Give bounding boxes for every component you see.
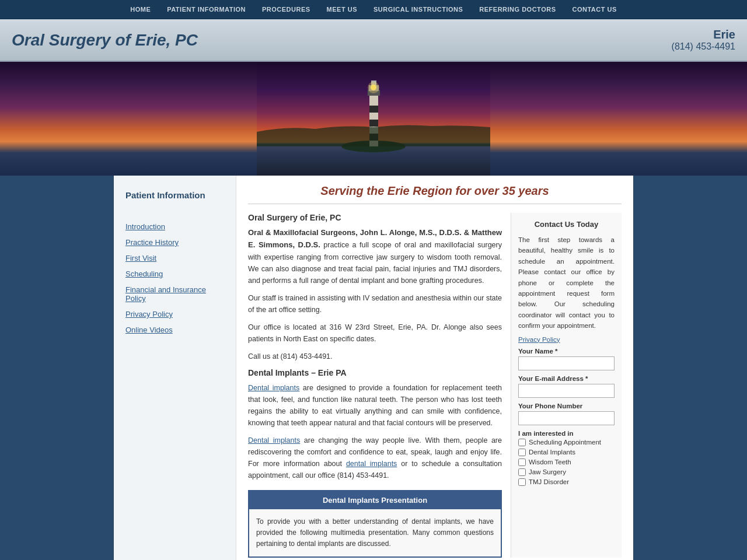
sidebar-link-privacy-policy[interactable]: Privacy Policy <box>114 306 236 322</box>
location-para: Our office is located at 316 W 23rd Stre… <box>248 321 502 345</box>
sidebar-link-practice-history[interactable]: Practice History <box>114 235 236 250</box>
implants-box-header: Dental Implants Presentation <box>249 491 501 509</box>
checkbox-tmj-disorder-input[interactable] <box>518 478 526 486</box>
hero-banner <box>0 62 747 176</box>
checkbox-wisdom-teeth-input[interactable] <box>518 459 526 466</box>
svg-rect-5 <box>369 120 378 127</box>
main-content: Serving the Erie Region for over 35 year… <box>236 176 633 560</box>
checkbox-scheduling-input[interactable] <box>518 439 526 446</box>
email-label: Your E-mail Address * <box>518 375 615 382</box>
svg-rect-4 <box>369 106 378 113</box>
header-city: Erie <box>672 28 735 41</box>
contact-sidebar: Contact Us Today The first step towards … <box>511 213 622 558</box>
checkbox-tmj-disorder: TMJ Disorder <box>518 478 615 486</box>
sidebar-link-introduction[interactable]: Introduction <box>114 219 236 235</box>
nav-meet-us[interactable]: MEET US <box>319 6 365 13</box>
nav-patient-information[interactable]: PATIENT INFORMATION <box>159 6 254 13</box>
nav-home[interactable]: HOME <box>122 6 159 13</box>
svg-point-11 <box>368 82 379 93</box>
nav-surgical-instructions[interactable]: SURGICAL INSTRUCTIONS <box>365 6 471 13</box>
nav-procedures[interactable]: PROCEDURES <box>254 6 319 13</box>
implants-presentation-box: Dental Implants Presentation To provide … <box>248 490 502 558</box>
checkbox-dental-implants-input[interactable] <box>518 449 526 456</box>
nav-contact-us[interactable]: CONTACT US <box>564 6 624 13</box>
name-label: Your Name * <box>518 348 615 355</box>
dental-implants-link-2[interactable]: Dental implants <box>248 436 300 444</box>
checkbox-wisdom-teeth: Wisdom Teeth <box>518 459 615 466</box>
checkbox-tmj-disorder-label: TMJ Disorder <box>529 478 569 485</box>
name-input[interactable] <box>518 356 615 370</box>
header-contact: Erie (814) 453-4491 <box>672 28 735 52</box>
implants-heading: Dental Implants – Erie PA <box>248 368 502 377</box>
site-title: Oral Surgery of Erie, PC <box>12 31 198 50</box>
checkbox-jaw-surgery-label: Jaw Surgery <box>529 468 566 475</box>
hero-lighthouse-illustration <box>257 62 490 176</box>
clinic-name-heading: Oral Surgery of Erie, PC <box>248 213 502 222</box>
header-phone: (814) 453-4491 <box>672 41 735 52</box>
dental-implants-link-1[interactable]: Dental implants <box>248 384 299 392</box>
checkbox-dental-implants-label: Dental Implants <box>529 449 575 456</box>
contact-form-heading: Contact Us Today <box>518 220 615 229</box>
sidebar-title: Patient Information <box>114 184 236 209</box>
phone-para: Call us at (814) 453-4491. <box>248 351 502 362</box>
sidebar: Patient Information Introduction Practic… <box>114 176 236 560</box>
sidebar-link-scheduling[interactable]: Scheduling <box>114 266 236 282</box>
staff-para: Our staff is trained in assisting with I… <box>248 292 502 316</box>
phone-input[interactable] <box>518 411 615 425</box>
checkbox-dental-implants: Dental Implants <box>518 449 615 456</box>
checkbox-jaw-surgery-input[interactable] <box>518 468 526 476</box>
top-navigation: HOME PATIENT INFORMATION PROCEDURES MEET… <box>0 0 747 19</box>
checkbox-scheduling: Scheduling Appointment <box>518 439 615 446</box>
nav-referring-doctors[interactable]: REFERRING DOCTORS <box>471 6 564 13</box>
email-input[interactable] <box>518 384 615 398</box>
page-heading: Serving the Erie Region for over 35 year… <box>248 184 622 204</box>
dental-implants-link-3[interactable]: dental implants <box>346 460 397 468</box>
checkbox-jaw-surgery: Jaw Surgery <box>518 468 615 476</box>
sidebar-divider <box>123 212 227 213</box>
sidebar-link-financial-policy[interactable]: Financial and Insurance Policy <box>114 282 236 306</box>
phone-label: Your Phone Number <box>518 402 615 410</box>
sidebar-link-first-visit[interactable]: First Visit <box>114 250 236 266</box>
checkbox-wisdom-teeth-label: Wisdom Teeth <box>529 459 571 466</box>
site-header: Oral Surgery of Erie, PC Erie (814) 453-… <box>0 19 747 62</box>
contact-form-description: The first step towards a beautiful, heal… <box>518 235 615 331</box>
implants-box-body: To provide you with a better understandi… <box>249 509 501 557</box>
checkbox-scheduling-label: Scheduling Appointment <box>529 439 601 446</box>
sidebar-link-online-videos[interactable]: Online Videos <box>114 322 236 338</box>
contact-privacy-link[interactable]: Privacy Policy <box>518 336 615 343</box>
interested-label: I am interested in <box>518 430 615 437</box>
